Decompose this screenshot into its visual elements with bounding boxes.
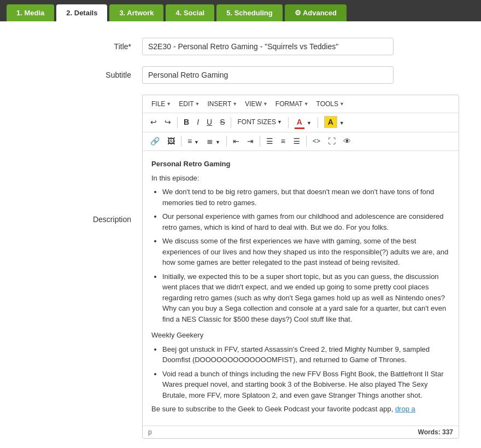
outdent-button[interactable]: ⇤ xyxy=(230,135,243,149)
editor-bullets-2: Beej got unstuck in FFV, started Assassi… xyxy=(162,344,450,401)
title-input[interactable] xyxy=(142,38,394,55)
editor-body[interactable]: Personal Retro Gaming In this episode: W… xyxy=(143,151,459,426)
toolbar2-sep-3 xyxy=(260,136,260,147)
editor-bullets-1: We don't tend to be big retro gamers, bu… xyxy=(162,187,450,324)
strikethrough-button[interactable]: S xyxy=(216,115,228,130)
editor-footer-text: Be sure to subscribe to the Geek to Geek… xyxy=(151,404,450,415)
editor-footer-link[interactable]: drop a xyxy=(395,405,415,413)
app-container: 1. Media 2. Details 3. Artwork 4. Social… xyxy=(0,0,481,448)
font-sizes-button[interactable]: FONT SIZES ▼ xyxy=(234,116,285,129)
menu-edit[interactable]: EDIT ▼ xyxy=(175,98,203,109)
toolbar-sep-3 xyxy=(288,117,289,128)
toolbar-sep-4 xyxy=(318,117,318,128)
list-item: Initially, we expected this to be a supe… xyxy=(162,271,450,325)
list-item: We discuss some of the first experiences… xyxy=(162,236,450,268)
image-button[interactable]: 🖼 xyxy=(164,135,178,149)
menu-file[interactable]: FILE ▼ xyxy=(148,98,174,109)
toolbar2-sep-2 xyxy=(226,136,227,147)
editor-tag: p xyxy=(148,428,152,436)
description-label: Description xyxy=(22,95,142,224)
menu-insert[interactable]: INSERT ▼ xyxy=(204,98,241,109)
subtitle-label: Subtitle xyxy=(22,66,142,79)
align-right-button[interactable]: ☰ xyxy=(290,135,303,149)
toolbar2-sep-4 xyxy=(306,136,307,147)
fullscreen-button[interactable]: ⛶ xyxy=(325,135,339,149)
list-item: Our personal experience with games from … xyxy=(162,211,450,232)
word-count: Words: 337 xyxy=(418,428,453,436)
editor-intro: In this episode: xyxy=(151,173,450,184)
editor-bold-title: Personal Retro Gaming xyxy=(151,159,450,170)
description-row: Description FILE ▼ EDIT ▼ INSERT ▼ xyxy=(22,95,459,439)
toolbar-sep-1 xyxy=(177,117,178,128)
tabs-bar: 1. Media 2. Details 3. Artwork 4. Social… xyxy=(0,0,481,21)
underline-button[interactable]: U xyxy=(203,115,215,130)
source-code-button[interactable]: <> xyxy=(309,135,324,148)
list-item: Beej got unstuck in FFV, started Assassi… xyxy=(162,344,450,365)
editor-toolbar-1: ↩ ↪ B I U S FONT SIZES ▼ A ▼ A ▼ xyxy=(143,113,459,132)
highlight-button[interactable]: A ▼ xyxy=(321,115,348,130)
undo-button[interactable]: ↩ xyxy=(147,115,160,130)
tab-media[interactable]: 1. Media xyxy=(7,4,54,21)
subtitle-input-container xyxy=(142,66,394,84)
editor-container: FILE ▼ EDIT ▼ INSERT ▼ VIEW ▼ xyxy=(142,95,459,439)
editor-section2-title: Weekly Geekery xyxy=(151,330,450,341)
italic-button[interactable]: I xyxy=(193,115,202,130)
tab-details[interactable]: 2. Details xyxy=(56,4,107,21)
editor-toolbar-2: 🔗 🖼 ≡ ▼ ≣ ▼ ⇤ ⇥ ☰ ≡ ☰ <> ⛶ 👁 xyxy=(143,132,459,152)
align-center-button[interactable]: ≡ xyxy=(278,135,289,149)
list-item: We don't tend to be big retro gamers, bu… xyxy=(162,187,450,208)
main-content: Title* Subtitle Description FILE ▼ xyxy=(0,21,481,448)
align-left-button[interactable]: ☰ xyxy=(263,135,277,149)
tools-arrow-icon: ▼ xyxy=(339,101,344,107)
menu-view[interactable]: VIEW ▼ xyxy=(242,98,271,109)
title-input-container xyxy=(142,38,394,55)
edit-arrow-icon: ▼ xyxy=(195,101,200,107)
view-arrow-icon: ▼ xyxy=(263,101,268,107)
redo-button[interactable]: ↪ xyxy=(161,115,174,130)
tab-scheduling[interactable]: 5. Scheduling xyxy=(216,4,283,21)
preview-button[interactable]: 👁 xyxy=(340,135,354,149)
unordered-list-button[interactable]: ≡ ▼ xyxy=(184,135,202,149)
subtitle-row: Subtitle xyxy=(22,66,459,84)
list-item: Void read a bunch of things including th… xyxy=(162,369,450,401)
editor-footer: p Words: 337 xyxy=(143,426,459,438)
tab-artwork[interactable]: 3. Artwork xyxy=(109,4,163,21)
tab-advanced[interactable]: ⚙ Advanced xyxy=(285,4,347,21)
tab-social[interactable]: 4. Social xyxy=(166,4,214,21)
link-button[interactable]: 🔗 xyxy=(147,135,163,149)
editor-menubar: FILE ▼ EDIT ▼ INSERT ▼ VIEW ▼ xyxy=(143,95,459,113)
file-arrow-icon: ▼ xyxy=(166,101,171,107)
insert-arrow-icon: ▼ xyxy=(232,101,237,107)
indent-button[interactable]: ⇥ xyxy=(244,135,257,149)
format-arrow-icon: ▼ xyxy=(304,101,309,107)
toolbar2-sep-1 xyxy=(181,136,181,147)
menu-tools[interactable]: TOOLS ▼ xyxy=(313,98,348,109)
toolbar-sep-2 xyxy=(231,117,231,128)
title-row: Title* xyxy=(22,38,459,55)
font-color-button[interactable]: A ▼ xyxy=(291,115,315,130)
menu-format[interactable]: FORMAT ▼ xyxy=(272,98,312,109)
ordered-list-button[interactable]: ≣ ▼ xyxy=(203,135,224,149)
title-label: Title* xyxy=(22,38,142,51)
bold-button[interactable]: B xyxy=(180,115,192,130)
subtitle-input[interactable] xyxy=(142,66,394,84)
